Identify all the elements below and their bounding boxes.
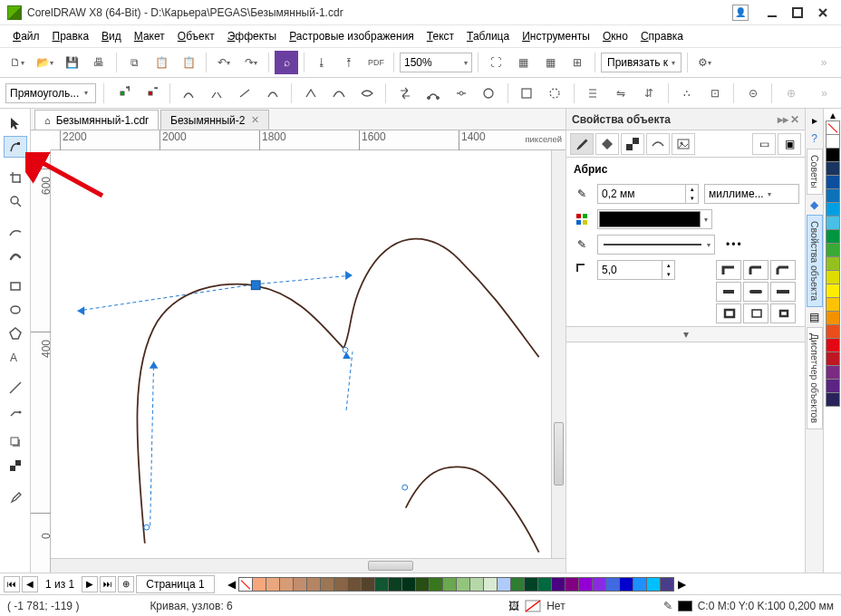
menu-file[interactable]: Файл bbox=[7, 28, 45, 44]
palette-swatch[interactable] bbox=[826, 134, 840, 149]
palette-swatch[interactable] bbox=[826, 148, 840, 162]
page-last[interactable]: ⏭ bbox=[100, 576, 116, 592]
doc-tab-2[interactable]: Безымянный-2 ✕ bbox=[160, 110, 268, 130]
palette-swatch[interactable] bbox=[334, 577, 348, 592]
close-button[interactable] bbox=[812, 4, 834, 22]
to-curve-button[interactable] bbox=[262, 82, 285, 105]
select-all-nodes-button[interactable]: ⊡ bbox=[703, 82, 726, 105]
palette-swatch[interactable] bbox=[826, 351, 840, 366]
minimize-button[interactable] bbox=[761, 4, 783, 22]
rotate-nodes-button[interactable] bbox=[544, 82, 566, 105]
palette-swatch[interactable] bbox=[826, 297, 840, 312]
props-fly-icon[interactable]: ◆ bbox=[807, 197, 822, 212]
connector-tool[interactable] bbox=[4, 400, 27, 422]
crop-tool[interactable] bbox=[4, 167, 27, 188]
cusp-node-button[interactable] bbox=[299, 82, 322, 105]
object-props-tab[interactable]: Свойства объекта bbox=[807, 215, 823, 307]
hints-tab[interactable]: Советы bbox=[807, 149, 823, 195]
palette-swatch[interactable] bbox=[361, 577, 375, 592]
palette-swatch[interactable] bbox=[660, 577, 674, 592]
panel-pin-icon[interactable]: ▸▸ bbox=[778, 113, 788, 126]
grid-button[interactable]: ▦ bbox=[538, 51, 562, 74]
palette-swatch[interactable] bbox=[497, 577, 511, 592]
palette-swatch[interactable] bbox=[826, 379, 840, 393]
horizontal-scrollbar[interactable] bbox=[51, 558, 566, 573]
zoom-combo[interactable]: 150%▾ bbox=[400, 53, 472, 72]
vertical-ruler[interactable]: 600 400 0 bbox=[31, 150, 51, 573]
palette-left[interactable]: ◀ bbox=[227, 578, 236, 591]
palette-swatch[interactable] bbox=[605, 577, 620, 592]
shape-tool[interactable] bbox=[4, 136, 27, 158]
palette-up[interactable]: ▴ bbox=[830, 109, 836, 121]
redo-button[interactable]: ↷▾ bbox=[239, 51, 263, 74]
copy-button[interactable]: ⧉ bbox=[122, 51, 146, 74]
outline-style-dropdown[interactable]: ▾ bbox=[597, 235, 715, 255]
pos-center[interactable] bbox=[743, 303, 768, 323]
polygon-tool[interactable] bbox=[4, 322, 27, 344]
palette-swatch[interactable] bbox=[483, 577, 498, 592]
cap-round[interactable] bbox=[743, 282, 768, 302]
palette-swatch[interactable] bbox=[415, 577, 430, 592]
to-line-button[interactable] bbox=[234, 82, 256, 105]
palette-swatch[interactable] bbox=[524, 577, 538, 592]
user-badge-icon[interactable]: 👤 bbox=[732, 5, 749, 21]
menu-tools[interactable]: Инструменты bbox=[517, 28, 595, 44]
menu-layout[interactable]: Макет bbox=[129, 28, 170, 44]
corner-bevel[interactable] bbox=[770, 260, 796, 280]
palette-swatch[interactable] bbox=[266, 577, 280, 592]
units-dropdown[interactable]: миллиме...▾ bbox=[704, 184, 799, 204]
palette-swatch[interactable] bbox=[279, 577, 294, 592]
outline-tab[interactable] bbox=[570, 133, 594, 155]
print-button[interactable]: 🖶 bbox=[87, 51, 111, 74]
pos-outside[interactable] bbox=[716, 303, 741, 323]
pick-tool[interactable] bbox=[4, 112, 27, 134]
menu-bitmaps[interactable]: Растровые изображения bbox=[284, 28, 420, 44]
cap-square[interactable] bbox=[770, 282, 796, 302]
page-tab-1[interactable]: Страница 1 bbox=[136, 575, 214, 593]
delete-node-button[interactable]: − bbox=[140, 82, 162, 105]
pos-inside[interactable] bbox=[770, 303, 796, 323]
palette-swatch[interactable] bbox=[293, 577, 307, 592]
open-button[interactable]: 📂▾ bbox=[33, 51, 56, 74]
doc-tab-1[interactable]: ⌂ Безымянный-1.cdr bbox=[34, 110, 159, 130]
close-curve-button[interactable] bbox=[478, 82, 500, 105]
palette-swatch[interactable] bbox=[551, 577, 566, 592]
zoom-tool[interactable] bbox=[4, 190, 27, 212]
corner-miter[interactable] bbox=[716, 260, 741, 280]
help-icon[interactable]: ? bbox=[807, 131, 822, 146]
palette-swatch[interactable] bbox=[456, 577, 470, 592]
palette-swatch[interactable] bbox=[374, 577, 389, 592]
palette-swatch[interactable] bbox=[592, 577, 606, 592]
palette-swatch[interactable] bbox=[826, 202, 840, 217]
toolbar-overflow[interactable]: » bbox=[812, 51, 836, 74]
palette-swatch[interactable] bbox=[578, 577, 593, 592]
object-manager-tab[interactable]: Диспетчер объектов bbox=[807, 327, 823, 429]
panel-close-icon[interactable]: ✕ bbox=[790, 113, 799, 126]
picker-icon[interactable]: 🖼 bbox=[508, 600, 519, 612]
clipboard-button[interactable]: 📋 bbox=[177, 51, 200, 74]
palette-swatch[interactable] bbox=[826, 338, 840, 352]
outline-width-input[interactable]: 0,2 мм ▴▾ bbox=[597, 184, 699, 204]
extend-button[interactable] bbox=[421, 82, 444, 105]
close-tab-icon[interactable]: ✕ bbox=[251, 114, 259, 126]
palette-swatch[interactable] bbox=[619, 577, 633, 592]
reflect-v-button[interactable]: ⇵ bbox=[638, 82, 661, 105]
reflect-h-button[interactable]: ⇋ bbox=[610, 82, 633, 105]
view-mode-2[interactable]: ▣ bbox=[778, 133, 801, 155]
ellipse-tool[interactable] bbox=[4, 299, 27, 321]
palette-swatch[interactable] bbox=[826, 365, 840, 380]
bitmap-tab[interactable] bbox=[672, 133, 695, 155]
reverse-button[interactable] bbox=[393, 82, 416, 105]
align-nodes-button[interactable] bbox=[582, 82, 604, 105]
palette-swatch[interactable] bbox=[826, 161, 840, 176]
menu-help[interactable]: Справка bbox=[635, 28, 689, 44]
palette-swatch[interactable] bbox=[320, 577, 334, 592]
palette-swatch[interactable] bbox=[633, 577, 647, 592]
elastic-button[interactable]: ∴ bbox=[675, 82, 698, 105]
symm-node-button[interactable] bbox=[355, 82, 378, 105]
vertical-scrollbar[interactable] bbox=[551, 150, 566, 558]
arrow-fly-icon[interactable]: ▸ bbox=[807, 113, 822, 128]
break-node-button[interactable] bbox=[206, 82, 228, 105]
palette-swatch[interactable] bbox=[826, 243, 840, 257]
export-button[interactable]: ⭱ bbox=[337, 51, 361, 74]
